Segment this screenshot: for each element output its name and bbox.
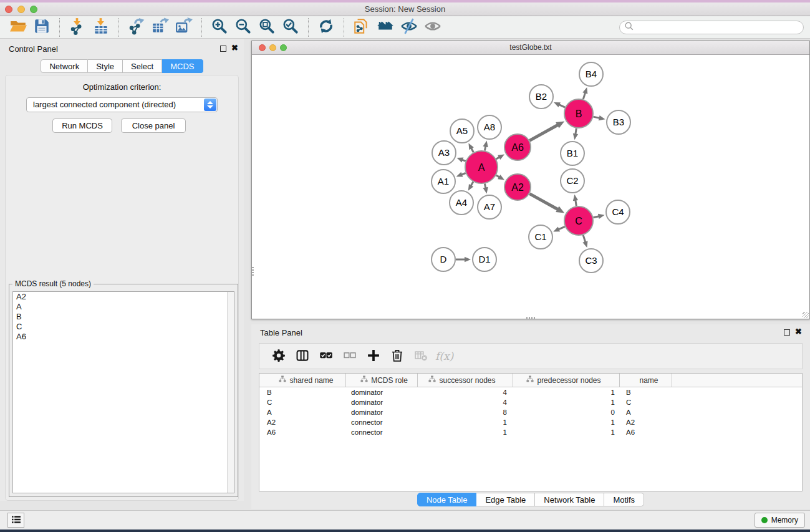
show-all-button[interactable] bbox=[421, 17, 445, 37]
export-image-button[interactable] bbox=[172, 17, 196, 37]
table-cell[interactable]: C bbox=[259, 397, 346, 407]
memory-button[interactable]: Memory bbox=[755, 513, 805, 528]
mcds-result-item[interactable]: A6 bbox=[13, 332, 234, 342]
zoom-fit-button[interactable] bbox=[255, 17, 279, 37]
column-header-MCDS-role[interactable]: MCDS role bbox=[346, 374, 418, 387]
network-zoom-traffic-light[interactable] bbox=[280, 44, 287, 51]
network-close-traffic-light[interactable] bbox=[259, 44, 266, 51]
tab-network[interactable]: Network bbox=[41, 59, 88, 73]
refresh-button[interactable] bbox=[314, 17, 338, 37]
zoom-selected-button[interactable] bbox=[279, 17, 302, 37]
table-row[interactable]: Cdominator41C bbox=[259, 397, 802, 407]
graph-node-A2[interactable]: A2 bbox=[504, 174, 531, 200]
import-table-button[interactable] bbox=[89, 17, 113, 37]
table-close-panel-icon[interactable]: ✖ bbox=[795, 327, 802, 337]
table-cell[interactable]: B bbox=[259, 387, 346, 397]
table-cell[interactable]: A2 bbox=[620, 417, 672, 427]
graph-node-C4[interactable]: C4 bbox=[606, 200, 630, 224]
table-cell[interactable]: 0 bbox=[513, 407, 620, 417]
task-history-button[interactable] bbox=[7, 513, 24, 528]
open-file-button[interactable] bbox=[6, 17, 30, 37]
zoom-in-button[interactable] bbox=[208, 17, 231, 37]
show-columns-button[interactable] bbox=[293, 347, 312, 365]
mcds-result-item[interactable]: A bbox=[13, 302, 234, 312]
table-cell[interactable]: 1 bbox=[513, 387, 620, 397]
graph-node-B3[interactable]: B3 bbox=[607, 110, 630, 134]
delete-table-button[interactable] bbox=[412, 347, 430, 365]
graph-node-A3[interactable]: A3 bbox=[432, 141, 456, 165]
tab-mcds[interactable]: MCDS bbox=[162, 59, 203, 73]
table-row[interactable]: Bdominator41B bbox=[259, 387, 802, 397]
export-network-button[interactable] bbox=[125, 17, 148, 37]
criterion-dropdown[interactable]: largest connected component (directed) bbox=[26, 97, 218, 112]
table-cell[interactable]: dominator bbox=[346, 407, 418, 417]
window-resize-grip[interactable] bbox=[803, 312, 809, 318]
network-window-titlebar[interactable]: testGlobe.txt bbox=[252, 41, 809, 55]
float-panel-icon[interactable] bbox=[220, 46, 226, 52]
table-cell[interactable]: 4 bbox=[418, 397, 513, 407]
pane-grip-bottom[interactable] bbox=[526, 317, 536, 319]
export-table-button[interactable] bbox=[148, 17, 172, 37]
graph-node-A8[interactable]: A8 bbox=[478, 115, 501, 139]
zoom-out-button[interactable] bbox=[231, 17, 255, 37]
table-row[interactable]: Adominator80A bbox=[259, 407, 802, 417]
table-cell[interactable]: A2 bbox=[259, 417, 346, 427]
table-cell[interactable]: 1 bbox=[418, 417, 513, 427]
close-panel-button[interactable]: Close panel bbox=[121, 118, 186, 133]
graph-node-A7[interactable]: A7 bbox=[478, 195, 501, 219]
column-header-shared-name[interactable]: shared name bbox=[259, 374, 346, 387]
minimize-traffic-light[interactable] bbox=[17, 6, 25, 13]
table-cell[interactable]: dominator bbox=[346, 387, 418, 397]
table-cell[interactable]: dominator bbox=[346, 397, 418, 407]
tab-style[interactable]: Style bbox=[88, 59, 123, 73]
tab-edge-table[interactable]: Edge Table bbox=[476, 493, 535, 506]
graph-node-C1[interactable]: C1 bbox=[529, 225, 552, 249]
network-canvas[interactable]: B4B2BB3A5A8A6B1A3AA1C2A2A4A7C4CC1C3DD1 bbox=[252, 55, 809, 319]
run-mcds-button[interactable]: Run MCDS bbox=[52, 118, 112, 133]
graph-node-A1[interactable]: A1 bbox=[432, 170, 455, 193]
tab-motifs[interactable]: Motifs bbox=[604, 493, 644, 506]
column-header-name[interactable]: name bbox=[620, 374, 672, 387]
select-all-button[interactable] bbox=[317, 347, 335, 365]
table-cell[interactable]: A bbox=[259, 407, 346, 417]
create-column-button[interactable] bbox=[364, 347, 383, 365]
table-cell[interactable]: A bbox=[620, 407, 672, 417]
table-cell[interactable]: 1 bbox=[513, 417, 620, 427]
open-network-file-button[interactable] bbox=[350, 17, 374, 37]
mcds-result-item[interactable]: A2 bbox=[13, 292, 234, 302]
column-header-predecessor-nodes[interactable]: predecessor nodes bbox=[513, 374, 620, 387]
column-header-successor-nodes[interactable]: successor nodes bbox=[418, 374, 513, 387]
table-row[interactable]: A2connector11A2 bbox=[259, 417, 802, 427]
table-cell[interactable]: 4 bbox=[418, 387, 513, 397]
graph-node-A[interactable]: A bbox=[465, 151, 498, 183]
table-cell[interactable]: A6 bbox=[259, 427, 346, 437]
graph-node-A4[interactable]: A4 bbox=[450, 191, 473, 215]
search-input[interactable] bbox=[634, 22, 803, 33]
graph-node-C2[interactable]: C2 bbox=[561, 169, 584, 193]
table-cell[interactable]: 8 bbox=[418, 407, 513, 417]
delete-columns-button[interactable] bbox=[388, 347, 407, 365]
table-cell[interactable]: 1 bbox=[513, 427, 620, 437]
table-cell[interactable]: 1 bbox=[418, 427, 513, 437]
tab-network-table[interactable]: Network Table bbox=[535, 493, 604, 506]
tab-node-table[interactable]: Node Table bbox=[417, 493, 477, 506]
graph-node-B2[interactable]: B2 bbox=[529, 85, 553, 109]
graph-node-A6[interactable]: A6 bbox=[504, 134, 531, 160]
table-float-panel-icon[interactable] bbox=[784, 329, 790, 336]
table-cell[interactable]: C bbox=[620, 397, 672, 407]
pane-grip-left[interactable] bbox=[252, 267, 254, 277]
table-cell[interactable]: B bbox=[620, 387, 672, 397]
table-row[interactable]: A6connector11A6 bbox=[259, 427, 802, 437]
close-panel-icon[interactable]: ✖ bbox=[231, 43, 238, 53]
table-options-button[interactable] bbox=[269, 347, 288, 365]
graph-node-B[interactable]: B bbox=[564, 99, 593, 128]
tab-select[interactable]: Select bbox=[123, 59, 162, 73]
graph-node-B1[interactable]: B1 bbox=[561, 142, 584, 165]
graph-node-A5[interactable]: A5 bbox=[450, 119, 474, 143]
main-titlebar[interactable]: Session: New Session bbox=[0, 2, 810, 16]
table-cell[interactable]: connector bbox=[346, 427, 418, 437]
graph-node-D1[interactable]: D1 bbox=[473, 248, 496, 271]
zoom-traffic-light[interactable] bbox=[30, 6, 37, 13]
save-session-button[interactable] bbox=[30, 17, 54, 37]
close-traffic-light[interactable] bbox=[5, 6, 12, 13]
